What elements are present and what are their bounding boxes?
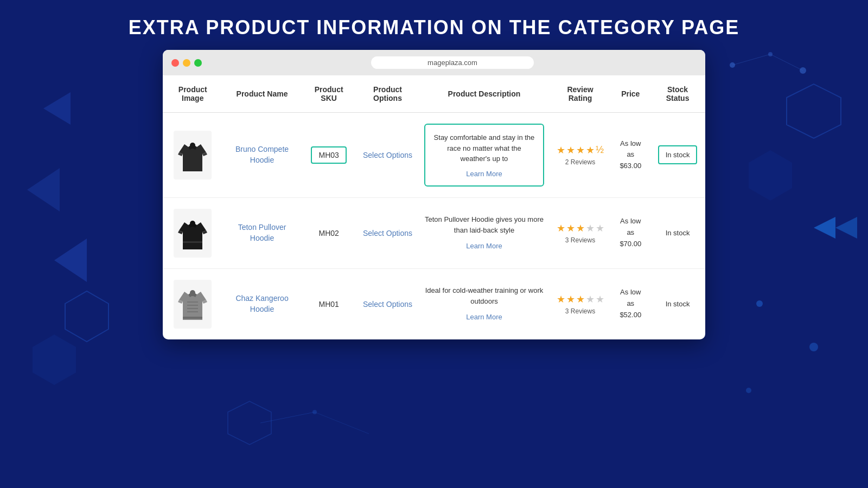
header-sku: Product SKU: [302, 75, 356, 113]
svg-rect-28: [187, 311, 198, 312]
svg-point-16: [730, 62, 735, 68]
learn-more-link[interactable]: Learn More: [433, 170, 535, 178]
svg-point-11: [746, 388, 751, 393]
learn-more-link[interactable]: Learn More: [424, 312, 544, 323]
svg-marker-3: [65, 291, 108, 342]
product-name-cell: Teton Pullover Hoodie: [222, 197, 301, 268]
svg-marker-6: [749, 150, 792, 201]
svg-marker-2: [54, 239, 87, 282]
dot-close[interactable]: [171, 59, 179, 67]
product-name-cell: Bruno Compete Hoodie: [222, 113, 301, 198]
product-price: As low as$63.00: [620, 139, 641, 170]
star2: ★: [566, 293, 575, 305]
product-image-cell: [163, 113, 222, 198]
description-plain: Teton Pullover Hoodie gives you more tha…: [424, 214, 544, 252]
product-options-cell: Select Options: [356, 268, 419, 339]
browser-address-bar[interactable]: mageplaza.com: [371, 56, 534, 69]
svg-point-18: [800, 67, 806, 74]
star1: ★: [557, 222, 565, 234]
table-header-row: Product Image Product Name Product SKU P…: [163, 75, 705, 113]
svg-rect-25: [187, 301, 198, 303]
product-name-link[interactable]: Chaz Kangeroo Hoodie: [235, 294, 288, 313]
svg-point-22: [190, 221, 195, 226]
product-name-link[interactable]: Teton Pullover Hoodie: [238, 223, 286, 242]
table-row: Chaz Kangeroo Hoodie MH01 Select Options…: [163, 268, 705, 339]
star3: ★: [576, 293, 585, 305]
learn-more-link[interactable]: Learn More: [424, 241, 544, 252]
product-price-cell: As low as$52.00: [611, 268, 650, 339]
svg-line-19: [732, 54, 770, 65]
svg-rect-26: [187, 305, 198, 306]
header-price: Price: [611, 75, 650, 113]
svg-marker-1: [27, 168, 60, 211]
svg-point-24: [190, 290, 195, 296]
product-rating-cell: ★ ★ ★ ★ ½ 2 Reviews: [550, 113, 611, 198]
svg-marker-8: [835, 217, 857, 239]
star3: ★: [576, 222, 585, 234]
header-name: Product Name: [222, 75, 301, 113]
product-price-cell: As low as$63.00: [611, 113, 650, 198]
svg-marker-5: [787, 84, 841, 138]
star2: ★: [566, 222, 575, 234]
svg-point-10: [809, 343, 818, 351]
star5: ★: [596, 222, 604, 234]
description-text: Teton Pullover Hoodie gives you more tha…: [425, 215, 544, 234]
product-description-cell: Teton Pullover Hoodie gives you more tha…: [419, 197, 549, 268]
svg-point-21: [190, 143, 195, 148]
header-stock: Stock Status: [650, 75, 705, 113]
svg-rect-23: [183, 241, 202, 243]
reviews-count: 2 Reviews: [555, 158, 606, 166]
product-stock-cell: In stock: [650, 113, 705, 198]
star4: ★: [586, 222, 595, 234]
svg-point-9: [756, 300, 763, 307]
svg-point-14: [312, 410, 317, 414]
stock-status: In stock: [666, 300, 690, 308]
page-title: EXTRA PRODUCT INFORMATION ON THE CATEGOR…: [0, 0, 868, 50]
svg-line-20: [770, 54, 803, 70]
header-rating: Review Rating: [550, 75, 611, 113]
product-price-cell: As low as$70.00: [611, 197, 650, 268]
svg-point-17: [768, 52, 773, 56]
product-image-cell: [163, 197, 222, 268]
description-plain: Ideal for cold-weather training or work …: [424, 285, 544, 323]
product-table: Product Image Product Name Product SKU P…: [163, 75, 705, 339]
select-options-link[interactable]: Select Options: [363, 151, 412, 159]
svg-rect-29: [183, 317, 202, 319]
product-options-cell: Select Options: [356, 113, 419, 198]
table-row: Teton Pullover Hoodie MH02 Select Option…: [163, 197, 705, 268]
product-image: [174, 209, 212, 258]
svg-marker-4: [33, 335, 76, 385]
header-options: Product Options: [356, 75, 419, 113]
product-sku-highlighted: MH03: [311, 146, 346, 164]
product-name-link[interactable]: Bruno Compete Hoodie: [235, 145, 289, 164]
product-sku-cell: MH03: [302, 113, 356, 198]
stock-status: In stock: [666, 229, 690, 237]
stars-display: ★ ★ ★ ★ ★: [555, 222, 606, 234]
star4: ★: [586, 144, 595, 156]
product-table-container: Product Image Product Name Product SKU P…: [163, 75, 705, 339]
product-image: [174, 131, 212, 179]
dot-minimize[interactable]: [183, 59, 190, 67]
svg-line-15: [315, 412, 369, 434]
svg-marker-0: [43, 92, 71, 125]
star1: ★: [557, 144, 565, 156]
product-rating-cell: ★ ★ ★ ★ ★ 3 Reviews: [550, 268, 611, 339]
select-options-link[interactable]: Select Options: [363, 300, 412, 309]
dot-maximize[interactable]: [194, 59, 202, 67]
browser-window: mageplaza.com Product Image Product Name…: [163, 50, 705, 339]
product-sku: MH01: [318, 300, 339, 309]
product-rating-cell: ★ ★ ★ ★ ★ 3 Reviews: [550, 197, 611, 268]
stars-display: ★ ★ ★ ★ ½: [555, 144, 606, 156]
product-description-cell: Stay comfortable and stay in the race no…: [419, 113, 549, 198]
svg-marker-7: [814, 217, 835, 239]
product-price: As low as$52.00: [620, 288, 641, 319]
star3: ★: [576, 144, 585, 156]
svg-line-13: [260, 412, 315, 423]
product-name-cell: Chaz Kangeroo Hoodie: [222, 268, 301, 339]
browser-dots: [171, 59, 202, 67]
stars-display: ★ ★ ★ ★ ★: [555, 293, 606, 305]
star4: ★: [586, 293, 595, 305]
product-sku-cell: MH02: [302, 197, 356, 268]
product-sku: MH02: [318, 229, 339, 237]
select-options-link[interactable]: Select Options: [363, 229, 412, 237]
